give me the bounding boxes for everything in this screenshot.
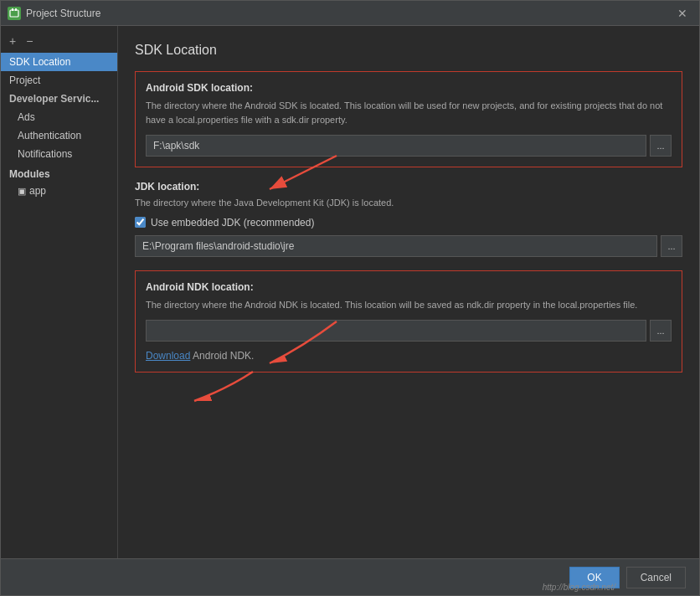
embedded-jdk-label: Use embedded JDK (recommended) [151,217,314,229]
dialog-content: + − SDK Location Project Developer Servi… [1,26,699,558]
download-ndk-suffix: Android NDK. [190,350,254,362]
android-sdk-input-row: ... [146,135,672,157]
svg-rect-2 [15,8,17,11]
notifications-label: Notifications [18,148,72,160]
modules-label: Modules [1,163,117,182]
developer-services-label: Developer Servic... [9,93,99,105]
svg-rect-0 [10,10,18,17]
dialog-title: Project Structure [26,8,672,19]
close-button[interactable]: ✕ [672,5,692,22]
sidebar-item-sdk-location[interactable]: SDK Location [1,53,117,71]
jdk-desc: The directory where the Java Development… [135,196,682,210]
android-ndk-input[interactable] [146,320,646,342]
sidebar-item-ads[interactable]: Ads [1,108,117,126]
android-ndk-desc: The directory where the Android NDK is l… [146,298,672,312]
download-row: Download Android NDK. [146,350,672,362]
app-module-icon: ▣ [18,186,26,197]
sidebar-item-authentication[interactable]: Authentication [1,126,117,145]
app-module-label: app [29,185,46,197]
sidebar-toolbar: + − [1,29,117,53]
download-ndk-link[interactable]: Download [146,350,190,362]
embedded-jdk-row: Use embedded JDK (recommended) [135,217,682,229]
main-panel: SDK Location Android SDK location: The d… [118,26,699,558]
ads-label: Ads [18,111,35,123]
android-sdk-input[interactable] [146,135,646,157]
jdk-input[interactable] [135,235,657,257]
app-icon [8,7,21,20]
page-title: SDK Location [135,43,682,58]
cancel-button[interactable]: Cancel [626,567,686,588]
svg-rect-1 [12,8,13,11]
remove-button[interactable]: − [23,33,36,49]
sdk-location-label: SDK Location [9,56,70,68]
android-ndk-title: Android NDK location: [146,281,672,293]
jdk-input-row: ... [135,235,682,257]
sidebar-item-notifications[interactable]: Notifications [1,145,117,163]
sidebar-item-app[interactable]: ▣ app [1,182,117,200]
sidebar: + − SDK Location Project Developer Servi… [1,26,118,558]
android-sdk-section: Android SDK location: The directory wher… [135,71,682,167]
arrow-annotation-3 [186,363,270,409]
android-ndk-section: Android NDK location: The directory wher… [135,270,682,373]
android-sdk-browse-button[interactable]: ... [650,135,672,157]
android-sdk-desc: The directory where the Android SDK is l… [146,99,672,126]
embedded-jdk-checkbox[interactable] [135,217,146,228]
project-structure-dialog: Project Structure ✕ + − SDK Location Pro… [0,0,700,596]
jdk-title: JDK location: [135,181,682,193]
android-ndk-browse-button[interactable]: ... [650,320,672,342]
sidebar-item-developer-services[interactable]: Developer Servic... [1,90,117,108]
android-sdk-title: Android SDK location: [146,82,672,94]
add-button[interactable]: + [6,33,19,49]
project-label: Project [9,74,40,86]
sidebar-item-project[interactable]: Project [1,71,117,90]
authentication-label: Authentication [18,130,81,141]
title-bar: Project Structure ✕ [1,1,699,26]
android-ndk-input-row: ... [146,320,672,342]
jdk-browse-button[interactable]: ... [661,235,682,257]
watermark: http://blog.csdn.net/ [543,583,615,592]
jdk-section: JDK location: The directory where the Ja… [135,181,682,257]
